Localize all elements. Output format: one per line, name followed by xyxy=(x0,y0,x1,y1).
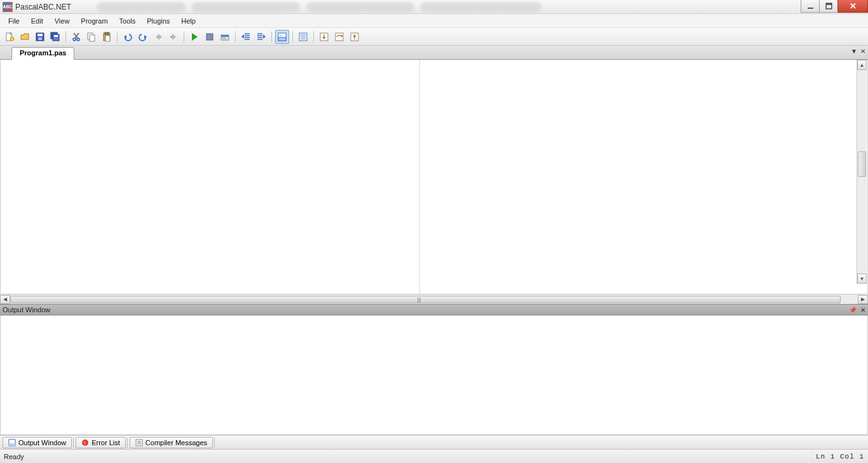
code-editor[interactable]: ▲ ▼ xyxy=(0,60,868,294)
nav-forward-button[interactable] xyxy=(166,30,180,44)
output-panel-title: Output Window xyxy=(3,306,50,314)
output-window-icon xyxy=(8,439,16,446)
scroll-down-icon[interactable]: ▼ xyxy=(857,273,867,284)
svg-point-15 xyxy=(73,38,76,41)
menu-program[interactable]: Program xyxy=(75,15,113,27)
debug-step-into-button[interactable] xyxy=(317,30,331,44)
svg-point-33 xyxy=(224,38,226,39)
new-file-button[interactable] xyxy=(3,30,17,44)
undo-button[interactable] xyxy=(121,30,135,44)
save-file-button[interactable] xyxy=(33,30,47,44)
cut-button[interactable] xyxy=(69,30,83,44)
svg-rect-27 xyxy=(170,36,172,38)
svg-rect-9 xyxy=(38,38,42,40)
save-all-button[interactable] xyxy=(48,30,62,44)
svg-rect-31 xyxy=(221,35,229,37)
svg-marker-43 xyxy=(263,34,266,39)
error-list-icon: ! xyxy=(81,439,89,446)
tab-close-icon[interactable]: ✕ xyxy=(860,48,865,55)
background-tabs xyxy=(97,2,541,12)
minimize-button[interactable] xyxy=(801,0,820,13)
svg-text:>_: >_ xyxy=(280,34,285,38)
menu-bar: File Edit View Program Tools Plugins Hel… xyxy=(0,14,868,28)
tab-label: Output Window xyxy=(18,439,66,446)
print-margin-line xyxy=(419,60,420,294)
scroll-right-icon[interactable]: ▶ xyxy=(858,295,868,304)
bottom-tab-bar: Output Window ! Error List Compiler Mess… xyxy=(0,435,868,449)
debug-step-over-button[interactable] xyxy=(332,30,346,44)
redo-button[interactable] xyxy=(136,30,150,44)
svg-marker-24 xyxy=(156,34,159,40)
toggle-output-button[interactable]: >_ xyxy=(275,30,289,44)
svg-rect-25 xyxy=(159,36,161,38)
editor-area: ▲ ▼ ◀ ▶ xyxy=(0,60,868,304)
debug-step-out-button[interactable] xyxy=(348,30,362,44)
status-text: Ready xyxy=(4,453,24,460)
tab-output-window[interactable]: Output Window xyxy=(3,437,72,448)
nav-back-button[interactable] xyxy=(151,30,165,44)
svg-rect-29 xyxy=(207,34,213,40)
run-button[interactable] xyxy=(187,30,201,44)
window-controls: ✕ xyxy=(801,0,868,13)
panel-close-icon[interactable]: ✕ xyxy=(860,307,865,314)
svg-point-16 xyxy=(77,38,79,41)
stop-button[interactable] xyxy=(203,30,217,44)
svg-point-32 xyxy=(222,38,224,39)
scroll-left-icon[interactable]: ◀ xyxy=(0,295,10,304)
scroll-thumb[interactable] xyxy=(858,151,866,177)
menu-edit[interactable]: Edit xyxy=(25,15,49,27)
svg-rect-20 xyxy=(105,32,109,34)
svg-rect-8 xyxy=(37,34,43,36)
menu-tools[interactable]: Tools xyxy=(114,15,142,27)
editor-horizontal-scrollbar[interactable]: ◀ ▶ xyxy=(0,294,868,304)
outdent-button[interactable] xyxy=(239,30,253,44)
svg-point-5 xyxy=(10,37,14,41)
window-title: PascalABC.NET xyxy=(15,3,71,11)
document-tab-bar: Program1.pas ▼ ✕ xyxy=(0,46,868,60)
menu-view[interactable]: View xyxy=(49,15,76,27)
svg-text:!: ! xyxy=(84,440,85,446)
svg-rect-21 xyxy=(105,36,110,41)
tab-label: Error List xyxy=(92,439,120,446)
maximize-button[interactable] xyxy=(819,0,838,13)
svg-marker-26 xyxy=(172,34,176,40)
svg-rect-18 xyxy=(90,35,95,41)
open-file-button[interactable] xyxy=(18,30,32,44)
svg-rect-58 xyxy=(9,443,15,446)
editor-vertical-scrollbar[interactable]: ▲ ▼ xyxy=(857,60,867,284)
close-button[interactable]: ✕ xyxy=(837,0,868,13)
tab-label: Compiler Messages xyxy=(146,439,207,446)
menu-plugins[interactable]: Plugins xyxy=(141,15,175,27)
pin-icon[interactable]: 📌 xyxy=(849,307,857,314)
indent-button[interactable] xyxy=(254,30,268,44)
svg-rect-12 xyxy=(54,35,58,37)
menu-help[interactable]: Help xyxy=(175,15,201,27)
svg-marker-28 xyxy=(192,33,198,41)
svg-rect-53 xyxy=(336,33,343,41)
paste-button[interactable] xyxy=(100,30,114,44)
toggle-panel-button[interactable] xyxy=(296,30,310,44)
build-button[interactable] xyxy=(218,30,232,44)
tab-compiler-messages[interactable]: Compiler Messages xyxy=(130,437,213,448)
title-bar: ABC PascalABC.NET ✕ xyxy=(0,0,868,14)
h-scroll-thumb[interactable] xyxy=(10,296,841,303)
compiler-messages-icon xyxy=(135,439,143,446)
app-icon: ABC xyxy=(3,2,13,12)
document-tab-active[interactable]: Program1.pas xyxy=(11,47,74,60)
svg-rect-45 xyxy=(278,38,286,41)
svg-marker-38 xyxy=(241,34,244,39)
svg-marker-6 xyxy=(21,34,29,39)
tab-dropdown-icon[interactable]: ▼ xyxy=(851,48,857,55)
tab-error-list[interactable]: ! Error List xyxy=(76,437,126,448)
cursor-position: Ln 1 Col 1 xyxy=(816,453,864,460)
scroll-up-icon[interactable]: ▲ xyxy=(857,60,867,70)
toolbar: >_ xyxy=(0,28,868,46)
copy-button[interactable] xyxy=(85,30,98,44)
output-panel-header: Output Window 📌 ✕ xyxy=(0,304,868,315)
output-panel-body[interactable] xyxy=(0,315,868,435)
menu-file[interactable]: File xyxy=(3,15,25,27)
status-bar: Ready Ln 1 Col 1 xyxy=(0,449,868,463)
